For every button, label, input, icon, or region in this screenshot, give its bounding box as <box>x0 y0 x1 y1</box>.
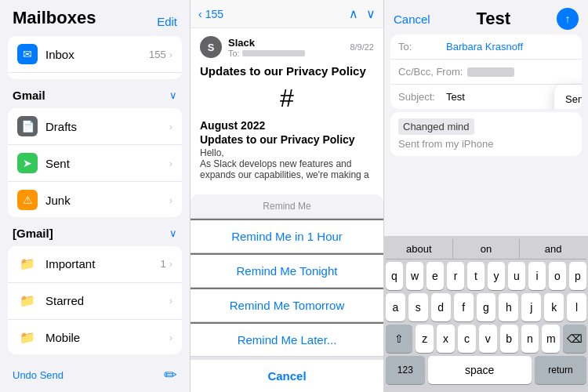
subject-value[interactable]: Test <box>446 91 465 103</box>
prev-email-icon[interactable]: ∧ <box>349 6 358 21</box>
compose-fields: To: Barbara Krasnoff Cc/Bcc, From: Subje… <box>390 34 582 109</box>
send-dropdown: Send Now Send 9:00 PM Tonight Send 8:00 … <box>554 85 582 109</box>
key-t[interactable]: t <box>467 262 485 290</box>
key-z[interactable]: z <box>416 325 434 353</box>
remind-later-button[interactable]: Remind Me Later... <box>191 322 383 357</box>
keyboard-row4: 123 space return <box>386 356 586 384</box>
folders-section: 📁 Important 1 › 📁 Starred › 📁 Mobile › 📁… <box>8 246 182 354</box>
sent-chevron: › <box>169 158 172 169</box>
gmail-section: 📄 Drafts › ➤ Sent › ⚠ Junk › 🗑 Trash 1 ›… <box>8 108 182 216</box>
inbox-badge: 155 <box>149 49 166 60</box>
drafts-row[interactable]: 📄 Drafts › <box>8 108 182 145</box>
to-line: To: <box>228 49 350 58</box>
delete-key[interactable]: ⌫ <box>563 325 586 353</box>
key-l[interactable]: l <box>567 293 586 321</box>
gmail-collapse-icon[interactable]: ∨ <box>169 89 177 101</box>
inbox-label: Inbox <box>45 48 149 61</box>
compose-header: Cancel Test ↑ <box>384 0 588 34</box>
key-y[interactable]: y <box>488 262 505 290</box>
gmail-sub-header: [Gmail] ∨ <box>0 220 190 243</box>
return-key[interactable]: return <box>535 356 586 384</box>
email-body-text: As Slack develops new features and expan… <box>200 158 374 180</box>
key-x[interactable]: x <box>437 325 455 353</box>
key-a[interactable]: a <box>386 293 405 321</box>
edit-button[interactable]: Edit <box>157 15 177 28</box>
email-panel: ‹ 155 ∧ ∨ S Slack To: 8/9/22 Updates to … <box>191 0 384 392</box>
junk-icon: ⚠ <box>17 190 38 210</box>
num-key[interactable]: 123 <box>386 356 425 384</box>
remind-tomorrow-button[interactable]: Remind Me Tomorrow <box>191 288 383 322</box>
key-k[interactable]: k <box>544 293 564 321</box>
compose-title: Test <box>477 9 511 29</box>
mailboxes-header: Mailboxes Edit <box>0 0 190 33</box>
mobile-row[interactable]: 📁 Mobile › <box>8 320 182 354</box>
space-key[interactable]: space <box>428 356 532 384</box>
send-button[interactable]: ↑ <box>557 8 579 30</box>
back-icon[interactable]: ‹ <box>198 8 202 20</box>
key-v[interactable]: v <box>479 325 497 353</box>
to-value[interactable]: Barbara Krasnoff <box>446 41 523 53</box>
key-e[interactable]: e <box>426 262 444 290</box>
vip-row[interactable]: ★ VIP › <box>8 73 182 79</box>
key-f[interactable]: f <box>454 293 474 321</box>
email-nav: ∧ ∨ <box>349 6 376 21</box>
suggest-about[interactable]: about <box>386 239 453 259</box>
compose-icon[interactable]: ✏ <box>164 365 177 384</box>
key-j[interactable]: j <box>521 293 541 321</box>
sent-row[interactable]: ➤ Sent › <box>8 145 182 182</box>
mobile-chevron: › <box>169 332 172 343</box>
important-row[interactable]: 📁 Important 1 › <box>8 246 182 283</box>
subject-field[interactable]: Subject: Test Send Now Send 9:00 PM Toni… <box>390 85 582 109</box>
key-u[interactable]: u <box>508 262 525 290</box>
key-g[interactable]: g <box>477 293 496 321</box>
key-o[interactable]: o <box>549 262 566 290</box>
email-header: ‹ 155 ∧ ∨ <box>191 0 383 28</box>
key-n[interactable]: n <box>521 325 539 353</box>
junk-chevron: › <box>169 194 172 206</box>
key-d[interactable]: d <box>431 293 451 321</box>
starred-row[interactable]: 📁 Starred › <box>8 283 182 320</box>
cc-field: Cc/Bcc, From: <box>390 60 582 85</box>
junk-row[interactable]: ⚠ Junk › <box>8 182 182 216</box>
key-w[interactable]: w <box>406 262 423 290</box>
gmail-sub-label: [Gmail] <box>13 227 53 240</box>
undo-send-button[interactable]: Undo Send <box>13 369 64 381</box>
sender-avatar: S <box>200 36 222 58</box>
remind-tonight-button[interactable]: Remind Me Tonight <box>191 253 383 288</box>
key-r[interactable]: r <box>447 262 464 290</box>
key-i[interactable]: i <box>528 262 546 290</box>
suggest-on[interactable]: on <box>453 239 521 259</box>
key-s[interactable]: s <box>408 293 428 321</box>
key-q[interactable]: q <box>386 262 403 290</box>
key-p[interactable]: p <box>569 262 586 290</box>
mailboxes-title: Mailboxes <box>13 8 96 28</box>
key-b[interactable]: b <box>500 325 518 353</box>
send-now-item[interactable]: Send Now <box>554 85 582 109</box>
mailboxes-panel: Mailboxes Edit ✉ Inbox 155 › ★ VIP › Gma… <box>0 0 191 392</box>
next-email-icon[interactable]: ∨ <box>366 6 376 21</box>
remind-cancel-button[interactable]: Cancel <box>191 357 383 392</box>
inbox-icon: ✉ <box>17 44 38 64</box>
inbox-chevron: › <box>169 49 172 60</box>
key-c[interactable]: c <box>458 325 476 353</box>
inbox-row[interactable]: ✉ Inbox 155 › <box>8 36 182 73</box>
suggest-and[interactable]: and <box>520 239 586 259</box>
key-m[interactable]: m <box>542 325 560 353</box>
remind-1hour-button[interactable]: Remind Me in 1 Hour <box>191 219 383 253</box>
suggest-row: about on and <box>386 239 586 260</box>
starred-label: Starred <box>45 294 169 307</box>
compose-body[interactable]: Changed mind Sent from my iPhone <box>390 112 582 156</box>
drafts-label: Drafts <box>45 120 169 133</box>
gmail-label: Gmail <box>13 89 45 102</box>
shift-key[interactable]: ⇧ <box>386 325 412 353</box>
content-title1: August 2022 <box>200 119 374 132</box>
email-date: 8/9/22 <box>350 42 374 52</box>
mobile-folder-icon: 📁 <box>17 328 38 348</box>
key-h[interactable]: h <box>499 293 518 321</box>
important-label: Important <box>45 257 160 270</box>
gmail-sub-collapse-icon[interactable]: ∨ <box>169 227 177 239</box>
important-badge: 1 <box>160 258 165 270</box>
keyboard: about on and q w e r t y u i o p a s d f… <box>384 236 588 392</box>
compose-cancel-button[interactable]: Cancel <box>394 13 430 26</box>
folder-icon: 📁 <box>17 254 38 274</box>
